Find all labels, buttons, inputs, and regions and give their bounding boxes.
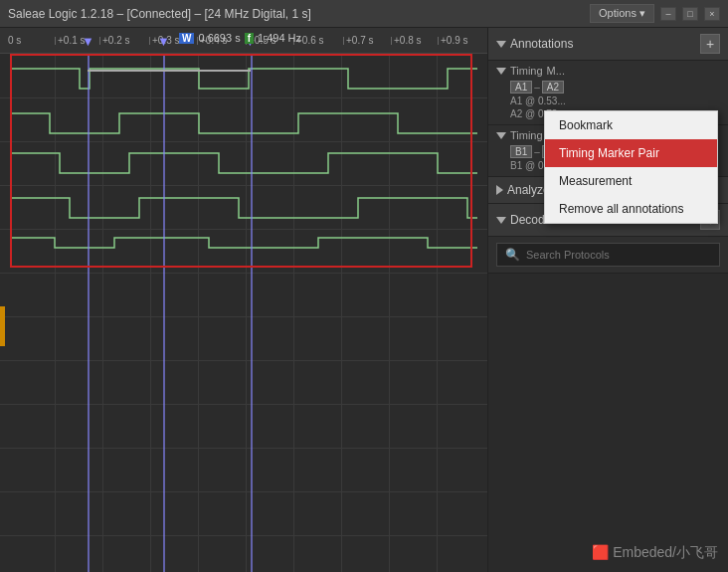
badge-sep-b: – xyxy=(534,146,540,157)
dropdown-bookmark[interactable]: Bookmark xyxy=(545,111,717,139)
ruler-zero: 0 s xyxy=(8,35,21,46)
grid-h-10 xyxy=(0,491,487,492)
timing-a-detail-1: A1 – A2 xyxy=(496,80,720,95)
ruler-tick-2: +0.2 s xyxy=(99,35,130,46)
waveform-panel[interactable]: 0 s +0.1 s +0.2 s +0.3 s +0.4 s +0.5 s +… xyxy=(0,28,487,572)
grid-h-8 xyxy=(0,404,487,405)
measurement-bracket xyxy=(88,70,251,72)
ruler-tick-9: +0.9 s xyxy=(438,35,468,46)
search-input[interactable] xyxy=(526,249,711,261)
timing-a-collapse-icon[interactable] xyxy=(496,68,506,75)
annotations-title: Annotations xyxy=(496,37,573,51)
grid-h-5 xyxy=(0,273,487,274)
tick-mark xyxy=(149,37,150,45)
marker-a1-line xyxy=(88,54,90,572)
measurement-f-badge: f xyxy=(245,33,254,44)
measurement-label: W 0.6693 s f 1.494 Hz xyxy=(179,32,301,44)
marker-a2-line xyxy=(251,54,253,572)
dropdown-menu: Bookmark Timing Marker Pair Measurement … xyxy=(544,110,718,224)
marker-a1-arrow[interactable]: ▼ xyxy=(82,34,94,49)
ruler-tick-1: +0.1 s xyxy=(55,35,86,46)
tick-mark xyxy=(343,37,344,45)
dropdown-timing-marker-pair[interactable]: Timing Marker Pair xyxy=(545,139,717,167)
tick-mark xyxy=(391,37,392,45)
search-protocols: 🔍 xyxy=(488,237,728,274)
measurement-f-value: 1.494 Hz xyxy=(258,32,301,44)
close-button[interactable]: × xyxy=(704,7,720,21)
options-button[interactable]: Options ▾ xyxy=(590,4,654,23)
marker-b1-line xyxy=(163,54,165,572)
timing-a-abbrev: M... xyxy=(547,65,565,77)
title-bar: Saleae Logic 1.2.18 – [Connected] – [24 … xyxy=(0,0,728,28)
window-controls: Options ▾ – □ × xyxy=(590,4,720,23)
badge-a1: A1 xyxy=(510,81,532,94)
measurement-w-badge: W xyxy=(179,33,194,44)
ruler-tick-7: +0.7 s xyxy=(343,35,374,46)
main-layout: 0 s +0.1 s +0.2 s +0.3 s +0.4 s +0.5 s +… xyxy=(0,28,728,572)
timing-a-badge: A1 – A2 xyxy=(510,81,564,94)
tick-mark xyxy=(99,37,100,45)
grid-h-9 xyxy=(0,448,487,449)
dropdown-measurement[interactable]: Measurement xyxy=(545,167,717,195)
time-ruler: 0 s +0.1 s +0.2 s +0.3 s +0.4 s +0.5 s +… xyxy=(0,28,487,54)
badge-b1: B1 xyxy=(510,145,532,158)
timing-a-detail-2: A1 @ 0.53... xyxy=(496,95,720,107)
maximize-button[interactable]: □ xyxy=(682,7,698,21)
yellow-indicator xyxy=(0,306,5,346)
watermark-text: 🟥 Embeded/小飞哥 xyxy=(592,544,718,562)
dropdown-remove-all[interactable]: Remove all annotations xyxy=(545,195,717,223)
badge-a2: A2 xyxy=(542,81,564,94)
badge-sep: – xyxy=(534,82,540,93)
timing-b-collapse-icon[interactable] xyxy=(496,132,506,139)
grid-h-7 xyxy=(0,360,487,361)
analyzers-expand-icon[interactable] xyxy=(496,185,503,195)
minimize-button[interactable]: – xyxy=(660,7,676,21)
annotations-collapse-icon[interactable] xyxy=(496,41,506,48)
sidebar: Annotations + Bookmark Timing Marker Pai… xyxy=(487,28,728,572)
ruler-tick-8: +0.8 s xyxy=(391,35,422,46)
search-box[interactable]: 🔍 xyxy=(496,243,720,267)
grid-h-6 xyxy=(0,316,487,317)
decoded-collapse-icon[interactable] xyxy=(496,217,506,224)
annotations-label: Annotations xyxy=(510,37,573,51)
timing-a-title: Timing xyxy=(510,65,543,77)
watermark-area: 🟥 Embeded/小飞哥 xyxy=(488,274,728,572)
timing-a-header: Timing M... xyxy=(496,65,720,77)
timing-b-title: Timing xyxy=(510,129,543,141)
annotations-header: Annotations + xyxy=(488,28,728,61)
measurement-w-value: 0.6693 s xyxy=(198,32,240,44)
tick-mark xyxy=(438,37,439,45)
tick-mark xyxy=(55,37,56,45)
window-title: Saleae Logic 1.2.18 – [Connected] – [24 … xyxy=(8,7,311,21)
search-icon: 🔍 xyxy=(505,248,520,262)
marker-b1-arrow[interactable]: ▼ xyxy=(157,34,170,49)
grid-h-11 xyxy=(0,535,487,536)
waveform-svg xyxy=(0,54,487,253)
add-annotation-button[interactable]: + xyxy=(700,34,720,54)
